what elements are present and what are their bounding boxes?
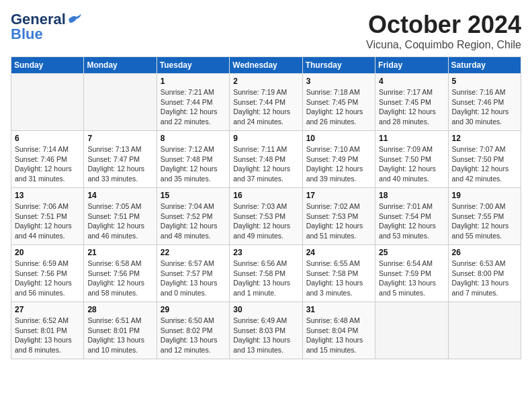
calendar-cell: 19Sunrise: 7:00 AMSunset: 7:55 PMDayligh… — [448, 188, 521, 245]
day-info-line: Sunset: 7:58 PM — [233, 269, 298, 279]
day-info-line: Sunset: 7:58 PM — [306, 269, 371, 279]
day-info-line: Sunset: 7:55 PM — [452, 212, 517, 222]
day-number: 31 — [306, 305, 371, 314]
calendar-cell: 14Sunrise: 7:05 AMSunset: 7:51 PMDayligh… — [84, 188, 157, 245]
day-info-line: Sunset: 7:44 PM — [161, 97, 226, 107]
day-info-line: Daylight: 12 hours and 28 minutes. — [379, 107, 444, 126]
day-info-line: Sunset: 7:46 PM — [452, 97, 517, 107]
day-info-line: Daylight: 12 hours and 26 minutes. — [306, 107, 371, 126]
day-info-line: Sunrise: 6:48 AM — [306, 316, 371, 326]
day-info-line: Sunset: 8:04 PM — [306, 326, 371, 336]
calendar-cell: 6Sunrise: 7:14 AMSunset: 7:46 PMDaylight… — [11, 131, 84, 188]
col-monday: Monday — [84, 57, 157, 74]
col-tuesday: Tuesday — [157, 57, 229, 74]
day-number: 21 — [87, 248, 152, 257]
day-info-line: Sunrise: 6:59 AM — [15, 259, 80, 269]
logo-blue: Blue — [11, 26, 43, 43]
day-number: 8 — [161, 134, 226, 143]
day-number: 4 — [379, 77, 444, 86]
day-info-line: Daylight: 12 hours and 46 minutes. — [87, 221, 152, 240]
day-info-line: Sunset: 7:47 PM — [87, 154, 152, 165]
day-info-line: Sunset: 7:51 PM — [87, 212, 152, 222]
day-number: 15 — [161, 191, 226, 200]
day-info-line: Sunset: 8:01 PM — [15, 326, 80, 336]
day-info-line: Daylight: 12 hours and 40 minutes. — [379, 164, 444, 183]
calendar-cell: 27Sunrise: 6:52 AMSunset: 8:01 PMDayligh… — [11, 302, 84, 359]
month-title: October 2024 — [366, 11, 521, 39]
calendar-table: Sunday Monday Tuesday Wednesday Thursday… — [11, 56, 521, 359]
day-info-line: Daylight: 12 hours and 22 minutes. — [161, 107, 226, 126]
day-number: 29 — [161, 305, 226, 314]
calendar-cell: 2Sunrise: 7:19 AMSunset: 7:44 PMDaylight… — [230, 74, 302, 131]
calendar-cell: 4Sunrise: 7:17 AMSunset: 7:45 PMDaylight… — [375, 74, 448, 131]
day-number: 11 — [379, 134, 444, 143]
day-number: 25 — [379, 248, 444, 257]
calendar-week-2: 6Sunrise: 7:14 AMSunset: 7:46 PMDaylight… — [11, 131, 521, 188]
day-info-line: Sunrise: 6:51 AM — [87, 316, 152, 326]
day-info-line: Daylight: 13 hours and 13 minutes. — [233, 335, 298, 355]
calendar-cell: 29Sunrise: 6:50 AMSunset: 8:02 PMDayligh… — [157, 302, 229, 359]
calendar-cell: 3Sunrise: 7:18 AMSunset: 7:45 PMDaylight… — [302, 74, 375, 131]
calendar-cell: 1Sunrise: 7:21 AMSunset: 7:44 PMDaylight… — [157, 74, 229, 131]
day-info-line: Sunrise: 6:55 AM — [306, 259, 371, 269]
calendar-cell: 22Sunrise: 6:57 AMSunset: 7:57 PMDayligh… — [157, 245, 229, 302]
day-info-line: Sunrise: 6:57 AM — [161, 259, 226, 269]
calendar-cell: 21Sunrise: 6:58 AMSunset: 7:56 PMDayligh… — [84, 245, 157, 302]
calendar-cell: 15Sunrise: 7:04 AMSunset: 7:52 PMDayligh… — [157, 188, 229, 245]
day-info-line: Sunrise: 7:11 AM — [233, 144, 298, 154]
calendar-cell: 23Sunrise: 6:56 AMSunset: 7:58 PMDayligh… — [230, 245, 302, 302]
days-of-week-row: Sunday Monday Tuesday Wednesday Thursday… — [11, 57, 521, 74]
day-number: 13 — [15, 191, 80, 200]
day-info-line: Daylight: 12 hours and 55 minutes. — [452, 221, 517, 240]
day-info-line: Sunset: 7:56 PM — [87, 269, 152, 279]
day-info-line: Sunrise: 7:14 AM — [15, 144, 80, 154]
day-number: 27 — [15, 305, 80, 314]
day-info-line: Daylight: 12 hours and 51 minutes. — [306, 221, 371, 240]
day-info-line: Sunrise: 6:56 AM — [233, 259, 298, 269]
day-info-line: Sunset: 7:59 PM — [379, 269, 444, 279]
day-number: 14 — [87, 191, 152, 200]
day-info-line: Sunset: 7:50 PM — [379, 154, 444, 165]
calendar-cell: 17Sunrise: 7:02 AMSunset: 7:53 PMDayligh… — [302, 188, 375, 245]
calendar-cell — [84, 74, 157, 131]
day-info-line: Sunrise: 7:21 AM — [161, 87, 226, 97]
day-info-line: Sunrise: 7:02 AM — [306, 201, 371, 212]
day-info-line: Daylight: 12 hours and 39 minutes. — [306, 164, 371, 183]
day-info-line: Sunset: 7:57 PM — [161, 269, 226, 279]
calendar-cell — [375, 302, 448, 359]
day-info-line: Daylight: 12 hours and 49 minutes. — [233, 221, 298, 240]
day-info-line: Sunrise: 6:52 AM — [15, 316, 80, 326]
day-number: 7 — [87, 134, 152, 143]
day-info-line: Sunset: 7:48 PM — [233, 154, 298, 165]
day-number: 24 — [306, 248, 371, 257]
day-number: 26 — [452, 248, 517, 257]
calendar-cell: 18Sunrise: 7:01 AMSunset: 7:54 PMDayligh… — [375, 188, 448, 245]
day-info-line: Sunrise: 7:04 AM — [161, 201, 226, 212]
day-info-line: Daylight: 13 hours and 12 minutes. — [161, 335, 226, 355]
calendar-cell: 10Sunrise: 7:10 AMSunset: 7:49 PMDayligh… — [302, 131, 375, 188]
calendar-cell: 9Sunrise: 7:11 AMSunset: 7:48 PMDaylight… — [230, 131, 302, 188]
day-info-line: Daylight: 13 hours and 15 minutes. — [306, 335, 371, 355]
day-info-line: Daylight: 12 hours and 53 minutes. — [379, 221, 444, 240]
day-info-line: Sunrise: 7:01 AM — [379, 201, 444, 212]
calendar-week-5: 27Sunrise: 6:52 AMSunset: 8:01 PMDayligh… — [11, 302, 521, 359]
calendar-cell — [448, 302, 521, 359]
title-block: October 2024 Vicuna, Coquimbo Region, Ch… — [366, 11, 521, 51]
day-info-line: Daylight: 13 hours and 3 minutes. — [306, 278, 371, 298]
day-info-line: Sunrise: 6:58 AM — [87, 259, 152, 269]
logo-bird-icon — [67, 13, 82, 26]
day-info-line: Sunset: 7:45 PM — [379, 97, 444, 107]
calendar-cell: 5Sunrise: 7:16 AMSunset: 7:46 PMDaylight… — [448, 74, 521, 131]
day-info-line: Daylight: 12 hours and 58 minutes. — [87, 278, 152, 298]
day-number: 30 — [233, 305, 298, 314]
day-info-line: Daylight: 13 hours and 8 minutes. — [15, 335, 80, 355]
day-info-line: Sunrise: 7:00 AM — [452, 201, 517, 212]
logo: General Blue — [11, 11, 82, 43]
calendar-cell: 11Sunrise: 7:09 AMSunset: 7:50 PMDayligh… — [375, 131, 448, 188]
day-info-line: Daylight: 13 hours and 1 minute. — [233, 278, 298, 298]
col-thursday: Thursday — [302, 57, 375, 74]
day-number: 22 — [161, 248, 226, 257]
day-info-line: Sunrise: 6:53 AM — [452, 259, 517, 269]
day-info-line: Daylight: 12 hours and 33 minutes. — [87, 164, 152, 183]
col-saturday: Saturday — [448, 57, 521, 74]
